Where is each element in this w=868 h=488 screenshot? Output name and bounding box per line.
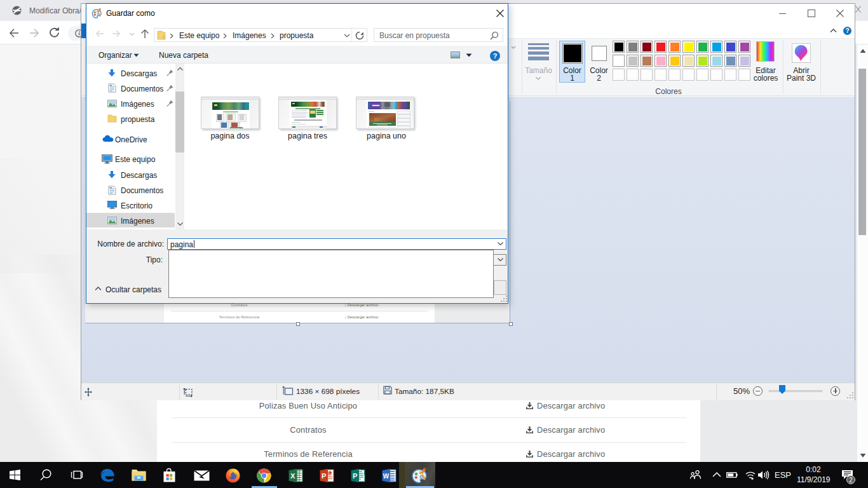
- svg-text:W: W: [383, 473, 390, 480]
- svg-text:P: P: [322, 472, 326, 480]
- svg-text:P: P: [353, 472, 357, 480]
- svg-text:X: X: [290, 472, 295, 480]
